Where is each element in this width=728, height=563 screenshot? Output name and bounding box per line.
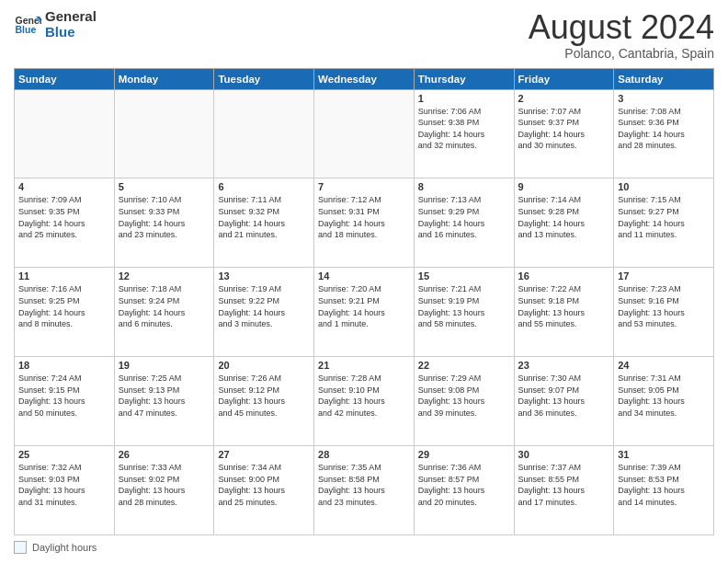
day-number: 9 <box>518 181 610 192</box>
day-info: Sunrise: 7:32 AM Sunset: 9:03 PM Dayligh… <box>18 462 110 508</box>
calendar-cell: 20Sunrise: 7:26 AM Sunset: 9:12 PM Dayli… <box>214 357 314 446</box>
day-info: Sunrise: 7:19 AM Sunset: 9:22 PM Dayligh… <box>218 283 310 329</box>
calendar-cell: 30Sunrise: 7:37 AM Sunset: 8:55 PM Dayli… <box>514 446 614 535</box>
day-number: 17 <box>618 270 710 282</box>
day-number: 7 <box>318 181 410 192</box>
calendar-cell <box>214 89 314 178</box>
day-info: Sunrise: 7:13 AM Sunset: 9:29 PM Dayligh… <box>418 194 510 240</box>
day-info: Sunrise: 7:12 AM Sunset: 9:31 PM Dayligh… <box>318 194 410 240</box>
calendar-cell <box>314 89 415 178</box>
day-number: 11 <box>18 270 110 282</box>
calendar-cell: 9Sunrise: 7:14 AM Sunset: 9:28 PM Daylig… <box>514 178 614 268</box>
calendar-cell: 10Sunrise: 7:15 AM Sunset: 9:27 PM Dayli… <box>614 178 714 268</box>
day-number: 20 <box>218 360 310 371</box>
calendar-cell: 2Sunrise: 7:07 AM Sunset: 9:37 PM Daylig… <box>514 89 614 178</box>
day-number: 28 <box>318 449 410 460</box>
day-number: 4 <box>18 181 110 192</box>
calendar-cell: 23Sunrise: 7:30 AM Sunset: 9:07 PM Dayli… <box>514 357 614 446</box>
day-number: 31 <box>618 449 710 460</box>
calendar-cell: 19Sunrise: 7:25 AM Sunset: 9:13 PM Dayli… <box>114 357 214 446</box>
day-number: 10 <box>618 181 710 192</box>
calendar-cell: 25Sunrise: 7:32 AM Sunset: 9:03 PM Dayli… <box>15 446 115 535</box>
day-info: Sunrise: 7:30 AM Sunset: 9:07 PM Dayligh… <box>518 373 610 419</box>
footer-legend-text: Daylight hours <box>32 542 97 553</box>
calendar-cell: 26Sunrise: 7:33 AM Sunset: 9:02 PM Dayli… <box>114 446 214 535</box>
calendar-table: SundayMondayTuesdayWednesdayThursdayFrid… <box>14 68 714 535</box>
day-info: Sunrise: 7:18 AM Sunset: 9:24 PM Dayligh… <box>119 283 210 329</box>
day-info: Sunrise: 7:08 AM Sunset: 9:36 PM Dayligh… <box>618 106 710 152</box>
svg-text:Blue: Blue <box>16 24 37 35</box>
day-number: 27 <box>218 449 310 460</box>
day-info: Sunrise: 7:25 AM Sunset: 9:13 PM Dayligh… <box>119 373 210 419</box>
day-number: 21 <box>318 360 410 371</box>
calendar-title: August 2024 <box>529 9 714 46</box>
day-number: 15 <box>418 270 510 282</box>
day-info: Sunrise: 7:20 AM Sunset: 9:21 PM Dayligh… <box>318 283 410 329</box>
day-number: 2 <box>518 93 610 104</box>
calendar-cell: 31Sunrise: 7:39 AM Sunset: 8:53 PM Dayli… <box>614 446 714 535</box>
calendar-cell: 6Sunrise: 7:11 AM Sunset: 9:32 PM Daylig… <box>214 178 314 268</box>
day-number: 30 <box>518 449 610 460</box>
legend-box <box>14 541 27 554</box>
day-number: 3 <box>618 93 710 104</box>
day-info: Sunrise: 7:24 AM Sunset: 9:15 PM Dayligh… <box>18 373 110 419</box>
weekday-header-saturday: Saturday <box>614 68 714 89</box>
day-info: Sunrise: 7:10 AM Sunset: 9:33 PM Dayligh… <box>119 194 210 240</box>
calendar-cell: 15Sunrise: 7:21 AM Sunset: 9:19 PM Dayli… <box>414 268 514 357</box>
calendar-cell: 8Sunrise: 7:13 AM Sunset: 9:29 PM Daylig… <box>414 178 514 268</box>
calendar-cell: 13Sunrise: 7:19 AM Sunset: 9:22 PM Dayli… <box>214 268 314 357</box>
day-number: 1 <box>418 93 510 104</box>
day-number: 16 <box>518 270 610 282</box>
day-info: Sunrise: 7:34 AM Sunset: 9:00 PM Dayligh… <box>218 462 310 508</box>
calendar-cell: 4Sunrise: 7:09 AM Sunset: 9:35 PM Daylig… <box>15 178 115 268</box>
weekday-header-monday: Monday <box>114 68 214 89</box>
day-info: Sunrise: 7:35 AM Sunset: 8:58 PM Dayligh… <box>318 462 410 508</box>
calendar-cell: 16Sunrise: 7:22 AM Sunset: 9:18 PM Dayli… <box>514 268 614 357</box>
day-number: 19 <box>119 360 210 371</box>
day-number: 26 <box>119 449 210 460</box>
day-info: Sunrise: 7:22 AM Sunset: 9:18 PM Dayligh… <box>518 283 610 329</box>
calendar-cell: 29Sunrise: 7:36 AM Sunset: 8:57 PM Dayli… <box>414 446 514 535</box>
day-info: Sunrise: 7:31 AM Sunset: 9:05 PM Dayligh… <box>618 373 710 419</box>
day-number: 29 <box>418 449 510 460</box>
day-number: 23 <box>518 360 610 371</box>
logo-icon: General Blue <box>14 11 41 39</box>
day-info: Sunrise: 7:14 AM Sunset: 9:28 PM Dayligh… <box>518 194 610 240</box>
day-number: 18 <box>18 360 110 371</box>
day-number: 13 <box>218 270 310 282</box>
logo-blue: Blue <box>45 25 97 40</box>
day-number: 5 <box>119 181 210 192</box>
calendar-cell: 14Sunrise: 7:20 AM Sunset: 9:21 PM Dayli… <box>314 268 415 357</box>
calendar-cell: 7Sunrise: 7:12 AM Sunset: 9:31 PM Daylig… <box>314 178 415 268</box>
calendar-cell: 24Sunrise: 7:31 AM Sunset: 9:05 PM Dayli… <box>614 357 714 446</box>
calendar-cell: 28Sunrise: 7:35 AM Sunset: 8:58 PM Dayli… <box>314 446 415 535</box>
calendar-subtitle: Polanco, Cantabria, Spain <box>529 46 714 61</box>
day-number: 14 <box>318 270 410 282</box>
calendar-cell: 5Sunrise: 7:10 AM Sunset: 9:33 PM Daylig… <box>114 178 214 268</box>
day-info: Sunrise: 7:07 AM Sunset: 9:37 PM Dayligh… <box>518 106 610 152</box>
day-info: Sunrise: 7:11 AM Sunset: 9:32 PM Dayligh… <box>218 194 310 240</box>
day-info: Sunrise: 7:36 AM Sunset: 8:57 PM Dayligh… <box>418 462 510 508</box>
calendar-cell: 17Sunrise: 7:23 AM Sunset: 9:16 PM Dayli… <box>614 268 714 357</box>
day-info: Sunrise: 7:26 AM Sunset: 9:12 PM Dayligh… <box>218 373 310 419</box>
day-info: Sunrise: 7:33 AM Sunset: 9:02 PM Dayligh… <box>119 462 210 508</box>
calendar-cell: 3Sunrise: 7:08 AM Sunset: 9:36 PM Daylig… <box>614 89 714 178</box>
calendar-cell: 22Sunrise: 7:29 AM Sunset: 9:08 PM Dayli… <box>414 357 514 446</box>
day-info: Sunrise: 7:23 AM Sunset: 9:16 PM Dayligh… <box>618 283 710 329</box>
day-number: 6 <box>218 181 310 192</box>
calendar-cell: 11Sunrise: 7:16 AM Sunset: 9:25 PM Dayli… <box>15 268 115 357</box>
day-info: Sunrise: 7:39 AM Sunset: 8:53 PM Dayligh… <box>618 462 710 508</box>
day-info: Sunrise: 7:29 AM Sunset: 9:08 PM Dayligh… <box>418 373 510 419</box>
day-info: Sunrise: 7:16 AM Sunset: 9:25 PM Dayligh… <box>18 283 110 329</box>
logo: General Blue General Blue <box>14 9 97 40</box>
day-info: Sunrise: 7:21 AM Sunset: 9:19 PM Dayligh… <box>418 283 510 329</box>
calendar-cell <box>114 89 214 178</box>
day-number: 25 <box>18 449 110 460</box>
day-info: Sunrise: 7:06 AM Sunset: 9:38 PM Dayligh… <box>418 106 510 152</box>
day-info: Sunrise: 7:15 AM Sunset: 9:27 PM Dayligh… <box>618 194 710 240</box>
calendar-cell: 12Sunrise: 7:18 AM Sunset: 9:24 PM Dayli… <box>114 268 214 357</box>
calendar-cell <box>15 89 115 178</box>
footer: Daylight hours <box>14 541 714 554</box>
calendar-cell: 27Sunrise: 7:34 AM Sunset: 9:00 PM Dayli… <box>214 446 314 535</box>
day-info: Sunrise: 7:28 AM Sunset: 9:10 PM Dayligh… <box>318 373 410 419</box>
